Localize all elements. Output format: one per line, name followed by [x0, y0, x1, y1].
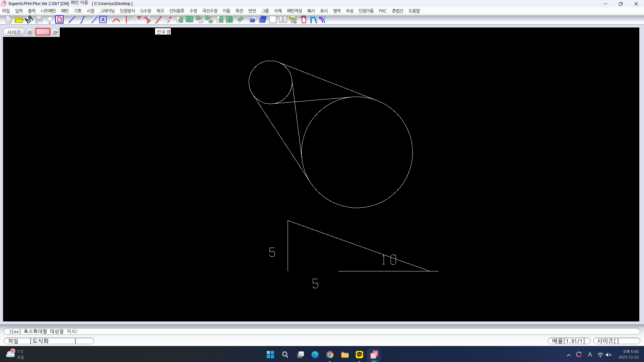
toolbar-two-panels-button[interactable]: [278, 15, 288, 24]
menu-item-25[interactable]: PAC: [376, 7, 389, 14]
size-next-button[interactable]: [51, 28, 58, 36]
menu-item-15[interactable]: 회전: [233, 7, 246, 14]
start-icon: [266, 351, 275, 359]
superalpha-application-window: SuperALPHA:Plus Ver 2.33r7 [CM]패턴 이름[ C:…: [0, 0, 644, 362]
toolbar-curve-button[interactable]: [78, 15, 88, 24]
restore-button[interactable]: [615, 0, 626, 7]
toolbar-delete-pac-button[interactable]: [299, 15, 309, 24]
app-logo-icon: [1, 1, 6, 7]
menu-item-4[interactable]: 패턴: [58, 7, 71, 14]
size-prev-button[interactable]: [26, 28, 33, 36]
menu-item-20[interactable]: 복사: [305, 7, 317, 14]
toolbar-extend-line-button[interactable]: [133, 15, 142, 24]
taskbar-taskview-button[interactable]: [296, 351, 304, 359]
close-button[interactable]: [631, 0, 641, 7]
menu-item-8[interactable]: 단점방식: [117, 7, 138, 14]
taskbar-superalpha-button[interactable]: [370, 351, 378, 359]
toolbar-line-button[interactable]: [67, 15, 77, 24]
toolbar-open-folder-button[interactable]: [14, 15, 23, 24]
menu-item-13[interactable]: 곡선수정: [200, 7, 220, 14]
taskbar-text: [0, 346, 644, 362]
node-path2-icon: [318, 15, 328, 24]
toolbar-copy-to-pattern-button[interactable]: [175, 15, 185, 24]
menu-item-27[interactable]: 도움말: [406, 7, 423, 14]
menu-item-26[interactable]: 촌법선: [389, 7, 406, 14]
toolbar-copy-half-button[interactable]: [215, 15, 225, 24]
menu-item-2[interactable]: 출력: [25, 7, 38, 14]
toolbar-white-canvas-button[interactable]: [268, 15, 278, 24]
menu-item-16[interactable]: 반전: [246, 7, 258, 14]
menu-item-12[interactable]: 수정: [187, 7, 200, 14]
taskbar-start-button[interactable]: [266, 351, 275, 359]
menu-item-6[interactable]: 시접: [84, 7, 97, 14]
taskbar-edge-button[interactable]: [311, 351, 319, 359]
toolbar-move-pattern-button[interactable]: [205, 15, 214, 24]
menu-bar: 파일입력출력니트패턴패턴기호시접그레이딩단점방식G수정체크선의종류수정곡선수정이…: [0, 7, 644, 14]
taskbar-kakao-button[interactable]: TALK: [355, 351, 363, 359]
toolbar-move-parallel-button[interactable]: [153, 15, 162, 24]
toolbar-move-to-white-button[interactable]: [195, 15, 204, 24]
move-parallel-icon: [153, 15, 162, 24]
chevron-up-icon[interactable]: [566, 354, 571, 357]
toolbar-move-point-button[interactable]: [163, 15, 172, 24]
taskbar-folder-button[interactable]: [341, 351, 349, 359]
clock-date-text[interactable]: 2025-12-23: [617, 355, 636, 359]
menu-item-21[interactable]: 표시: [317, 7, 330, 14]
toolbar-scissors-button[interactable]: [142, 15, 152, 24]
menu-item-24[interactable]: 단점이동: [356, 7, 377, 14]
zoom-value-text: 배율[1.01/1]: [552, 338, 578, 344]
size-tab-button[interactable]: 사이즈: [3, 28, 26, 36]
taskbar-chrome-button[interactable]: [326, 351, 334, 359]
menu-item-18[interactable]: 삭제: [271, 7, 284, 14]
minimize-button[interactable]: [600, 0, 610, 7]
restore-icon: [618, 2, 623, 6]
toolbar-digitizer-button[interactable]: [45, 15, 54, 24]
chevrons-right-icon: [53, 30, 57, 34]
toolbar-parallel-lines-button[interactable]: [89, 15, 98, 24]
menu-item-17[interactable]: 그룹: [258, 7, 271, 14]
drawing-canvas[interactable]: 선수정: [3, 28, 639, 321]
taskbar-weather-widget[interactable]: [4, 346, 51, 362]
toolbar-save-button[interactable]: [24, 15, 34, 24]
menu-item-19[interactable]: 패턴작성: [284, 7, 305, 14]
menu-item-22[interactable]: 영역: [330, 7, 343, 14]
new-document-icon: [4, 15, 13, 24]
menu-item-10[interactable]: 체크: [154, 7, 166, 14]
svg-text:A: A: [101, 17, 105, 22]
point-on-curve-icon: [122, 15, 131, 24]
document-path: [ C:\Users\us\Desktop ]: [92, 0, 133, 7]
toolbar-new-document-button[interactable]: [4, 15, 13, 24]
toolbar-pac-export-button[interactable]: PAC: [289, 15, 298, 24]
size-swatch[interactable]: [35, 28, 51, 36]
menu-item-0[interactable]: 파일: [0, 7, 12, 14]
menu-item-7[interactable]: 그레이딩: [97, 7, 117, 14]
menu-item-1[interactable]: 입력: [12, 7, 25, 14]
menu-item-23[interactable]: 속성: [343, 7, 356, 14]
sync-icon[interactable]: [576, 351, 582, 358]
toolbar-eraser-button[interactable]: [235, 15, 245, 24]
toolbar-point-on-curve-button[interactable]: [122, 15, 131, 24]
toolbar-arc-button[interactable]: [112, 15, 121, 24]
wifi-icon[interactable]: [597, 352, 604, 358]
volume-muted-icon[interactable]: [605, 352, 612, 357]
menu-item-5[interactable]: 기호: [71, 7, 84, 14]
menu-item-9[interactable]: G수정: [138, 7, 154, 14]
menu-item-14[interactable]: 이동: [220, 7, 233, 14]
toolbar-text-tool-button[interactable]: A: [98, 15, 108, 24]
toolbar-copy-stack-button[interactable]: [258, 15, 267, 24]
clock-time-text[interactable]: 오후 6:00: [621, 350, 636, 355]
toolbar-copy-pattern-button[interactable]: [185, 15, 194, 24]
toolbar-pattern-doc-button[interactable]: [55, 15, 64, 24]
taskbar-search-button[interactable]: [281, 351, 289, 359]
toolbar-fold-pattern-button[interactable]: [225, 15, 234, 24]
curve-icon: [78, 15, 88, 24]
menu-item-11[interactable]: 선의종류: [166, 7, 187, 14]
copy-pattern-icon: [185, 15, 194, 24]
toolbar-plotter-button[interactable]: [34, 15, 44, 24]
workspace: 선수정사이즈: [0, 24, 644, 324]
toolbar-node-path-button[interactable]: [310, 15, 319, 24]
toolbar-node-path2-button[interactable]: [318, 15, 328, 24]
toolbar-copy-rect-button[interactable]: [249, 15, 258, 24]
menu-item-3[interactable]: 니트패턴: [38, 7, 58, 14]
folder-icon: [341, 351, 349, 359]
